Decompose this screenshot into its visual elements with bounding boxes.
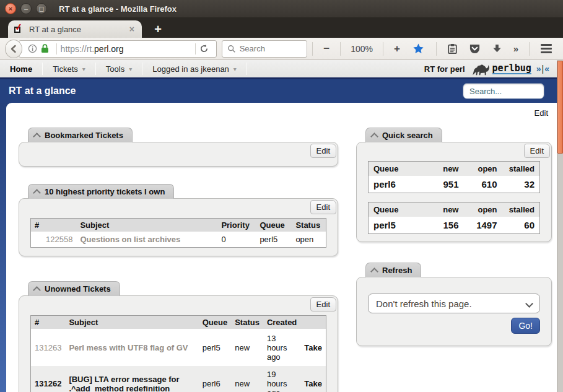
lock-icon[interactable] [41, 44, 49, 53]
rt-search-input[interactable] [463, 83, 544, 99]
nav-tickets[interactable]: Tickets▾ [43, 63, 96, 75]
portlet-my-tickets-header[interactable]: 10 highest priority tickets I own [28, 184, 174, 199]
portlet-bookmarked-header[interactable]: Bookmarked Tickets [28, 128, 133, 142]
ticket-subject-link[interactable]: Perl mess with UTF8 flag of GV [69, 343, 188, 352]
scrollbar-thumb[interactable] [557, 61, 563, 154]
count-open: 1497 [464, 217, 502, 234]
count-new: 156 [426, 217, 464, 234]
expand-icon: » [536, 64, 541, 74]
portlet-refresh: Refresh Don't refresh this page. Go! [356, 263, 552, 346]
firefox-window: × – ◻ RT at a glance - Mozilla Firefox ✓… [0, 0, 563, 392]
panel-collapse-control[interactable]: »|« [536, 64, 549, 74]
window-titlebar: × – ◻ RT at a glance - Mozilla Firefox [0, 0, 563, 17]
browser-tab[interactable]: ✓ RT at a glance × [8, 20, 142, 38]
pocket-icon[interactable] [463, 43, 486, 54]
zoom-out-button[interactable]: − [318, 43, 335, 55]
ticket-status: new [231, 366, 263, 392]
navigation-toolbar: https://rt.perl.org − 100% + [0, 38, 563, 60]
toolbar-divider [312, 42, 313, 56]
url-divider [56, 43, 57, 54]
quick-search-table-perl5: Queue new open stalled perl5 156 [368, 202, 540, 234]
reload-icon[interactable] [199, 44, 209, 53]
ticket-status: new [231, 329, 263, 366]
toolbar-divider [383, 42, 383, 56]
left-column: Bookmarked Tickets Edit [19, 128, 338, 392]
unowned-edit-button[interactable]: Edit [310, 297, 336, 311]
take-link[interactable]: Take [304, 343, 322, 352]
portlet-refresh-header[interactable]: Refresh [365, 263, 421, 277]
page-edit-link[interactable]: Edit [535, 108, 548, 118]
window-title: RT at a glance - Mozilla Firefox [59, 4, 177, 14]
ticket-subject-link[interactable]: [BUG] LTA error message for .^add_method… [69, 375, 179, 392]
nav-tools[interactable]: Tools▾ [96, 63, 142, 75]
tab-title: RT at a glance [29, 25, 128, 34]
nav-home[interactable]: Home [0, 63, 43, 75]
portlet-quick-search-header[interactable]: Quick search [365, 128, 442, 142]
page-header: RT at a glance [0, 79, 557, 103]
content-panel: Edit Bookmarked Tickets E [6, 103, 557, 392]
col-open: open [464, 203, 502, 217]
perlbug-logo[interactable]: perlbug [470, 61, 531, 76]
new-tab-button[interactable]: + [147, 22, 168, 38]
bookmark-star-icon[interactable] [406, 43, 431, 54]
col-open: open [464, 162, 502, 176]
portlet-bookmarked-tickets: Bookmarked Tickets Edit [19, 128, 338, 167]
queue-link[interactable]: perl6 [373, 179, 396, 189]
perlbug-logo-text: perlbug [492, 63, 531, 75]
window-minimize-icon[interactable]: – [20, 3, 32, 14]
go-button[interactable]: Go! [511, 318, 540, 334]
page-title: RT at a glance [9, 85, 76, 97]
url-text[interactable]: https://rt.perl.org [61, 44, 191, 54]
nav-logged-in[interactable]: Logged in as jkeenan▾ [142, 63, 247, 75]
toolbar-divider [529, 42, 530, 56]
col-queue: Queue [369, 162, 426, 176]
chevron-up-icon [372, 268, 377, 273]
ticket-priority: 0 [217, 232, 256, 248]
menu-icon[interactable] [535, 44, 558, 53]
refresh-select[interactable]: Don't refresh this page. [368, 294, 540, 313]
rt-menu-bar: Home Tickets▾ Tools▾ Logged in as jkeena… [0, 60, 557, 79]
scrollbar[interactable] [557, 60, 563, 392]
ticket-created: 19 hours ago [263, 366, 300, 392]
ticket-subject-link[interactable]: Questions on list archives [80, 235, 180, 244]
count-open: 610 [464, 176, 502, 193]
site-info-icon[interactable] [28, 44, 37, 53]
portlet-my-tickets: 10 highest priority tickets I own Edit #… [19, 184, 338, 256]
quick-search-edit-button[interactable]: Edit [524, 144, 550, 158]
url-bar[interactable]: https://rt.perl.org [19, 40, 217, 58]
queue-link[interactable]: perl5 [373, 220, 396, 230]
take-link[interactable]: Take [304, 379, 322, 388]
portlet-title: Quick search [382, 131, 433, 140]
my-tickets-edit-button[interactable]: Edit [310, 200, 336, 214]
portlet-quick-search: Quick search Edit Queue new [356, 128, 552, 242]
table-row: 122558 Questions on list archives 0 perl… [31, 232, 326, 248]
rt-page: Home Tickets▾ Tools▾ Logged in as jkeena… [0, 60, 557, 392]
portlet-unowned-header[interactable]: Unowned Tickets [28, 281, 120, 296]
zoom-in-button[interactable]: + [388, 43, 406, 55]
bookmarked-edit-button[interactable]: Edit [310, 144, 336, 158]
back-arrow-icon [9, 44, 19, 54]
browser-search-box[interactable] [222, 40, 308, 58]
col-status: Status [231, 316, 263, 329]
search-input[interactable] [240, 44, 302, 53]
refresh-select-value: Don't refresh this page. [376, 298, 472, 309]
ticket-id-link[interactable]: 131263 [35, 343, 61, 352]
chevron-down-icon: ▾ [233, 66, 237, 72]
ticket-id-link[interactable]: 122558 [46, 235, 72, 244]
count-stalled: 60 [502, 217, 540, 234]
window-close-icon[interactable]: × [5, 3, 16, 14]
rt-for-perl-label: RT for perl [424, 64, 465, 74]
window-maximize-icon[interactable]: ◻ [36, 3, 47, 14]
tab-close-icon[interactable]: × [128, 24, 136, 34]
ticket-created: 13 hours ago [263, 329, 300, 366]
back-button[interactable] [5, 40, 22, 58]
page-background: Edit Bookmarked Tickets E [0, 103, 557, 392]
download-icon[interactable] [486, 43, 508, 54]
chevron-up-icon [372, 133, 377, 138]
reading-list-icon[interactable] [442, 43, 463, 54]
overflow-menu-icon[interactable]: » [508, 43, 524, 54]
ticket-queue: perl6 [199, 366, 231, 392]
ticket-id-link[interactable]: 131262 [35, 379, 61, 388]
zoom-level[interactable]: 100% [346, 44, 378, 54]
portlet-title: Unowned Tickets [45, 284, 111, 294]
